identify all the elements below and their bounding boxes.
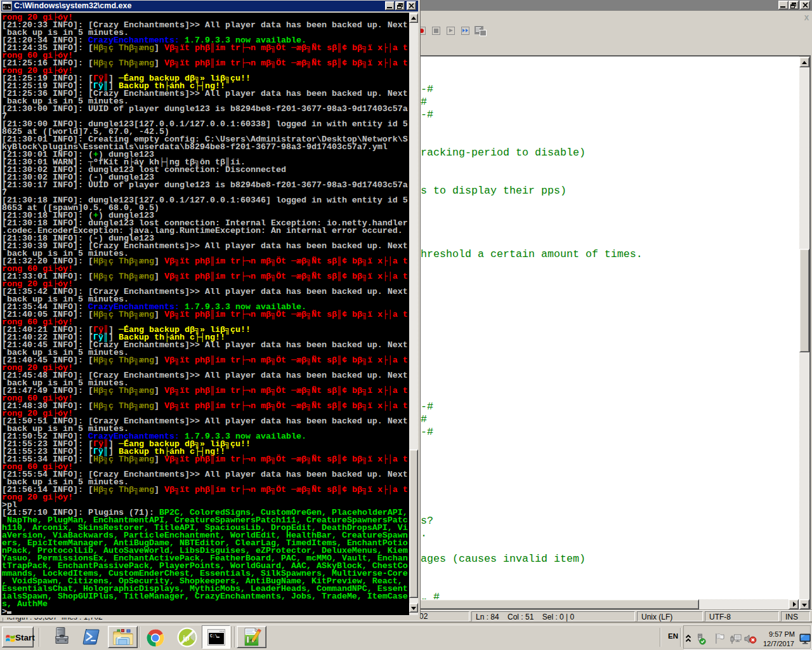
svg-text:C:\: C:\ xyxy=(210,634,218,639)
svg-text:C:\: C:\ xyxy=(3,5,10,10)
svg-text:ip: ip xyxy=(183,634,190,642)
